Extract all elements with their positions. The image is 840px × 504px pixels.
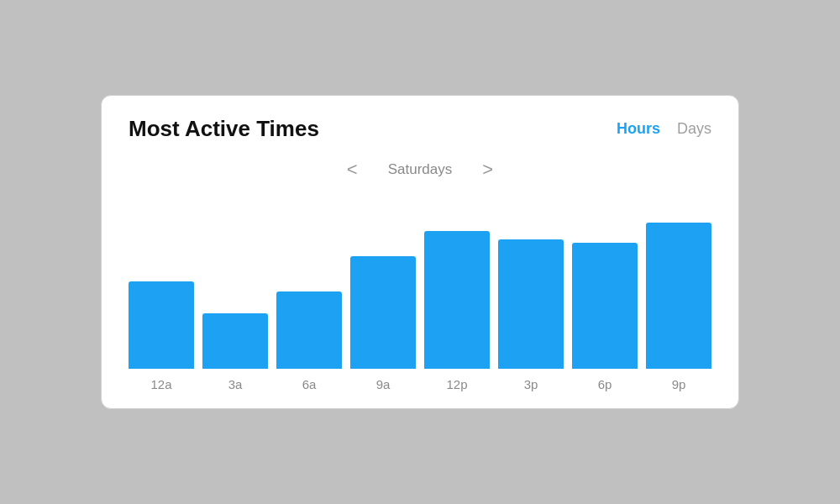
- header-row: Most Active Times Hours Days: [129, 116, 711, 142]
- bar-col-3p: [498, 239, 564, 369]
- next-day-button[interactable]: >: [475, 155, 500, 184]
- day-navigator: < Saturdays >: [129, 155, 711, 184]
- bar-col-9p: [646, 223, 711, 369]
- bar-label-3p: 3p: [498, 377, 564, 391]
- bar-col-9a: [350, 256, 416, 369]
- bar-label-9p: 9p: [646, 377, 711, 391]
- bar-label-3a: 3a: [202, 377, 268, 391]
- bar-6a: [276, 291, 342, 369]
- labels-container: 12a3a6a9a12p3p6p9p: [129, 377, 711, 391]
- bar-9p: [646, 223, 711, 369]
- bar-col-12p: [424, 231, 490, 369]
- days-toggle[interactable]: Days: [677, 120, 711, 138]
- bar-col-6a: [276, 291, 342, 369]
- bar-col-6p: [572, 243, 638, 369]
- bar-col-3a: [202, 313, 268, 369]
- page-title: Most Active Times: [129, 116, 319, 142]
- bar-12a: [129, 281, 194, 369]
- bar-label-9a: 9a: [350, 377, 416, 391]
- bar-12p: [424, 231, 490, 369]
- bar-label-6p: 6p: [572, 377, 638, 391]
- most-active-times-card: Most Active Times Hours Days < Saturdays…: [101, 95, 739, 409]
- bar-label-12p: 12p: [424, 377, 490, 391]
- bar-col-12a: [129, 281, 194, 369]
- bar-chart: 12a3a6a9a12p3p6p9p: [129, 201, 711, 391]
- prev-day-button[interactable]: <: [340, 155, 365, 184]
- bar-label-12a: 12a: [129, 377, 194, 391]
- bar-3p: [498, 239, 564, 369]
- bar-9a: [350, 256, 416, 369]
- hours-toggle[interactable]: Hours: [617, 120, 660, 138]
- bar-3a: [202, 313, 268, 369]
- bars-container: [129, 201, 711, 369]
- view-toggles: Hours Days: [617, 120, 711, 138]
- bar-label-6a: 6a: [276, 377, 342, 391]
- current-day-label: Saturdays: [388, 161, 453, 178]
- bar-6p: [572, 243, 638, 369]
